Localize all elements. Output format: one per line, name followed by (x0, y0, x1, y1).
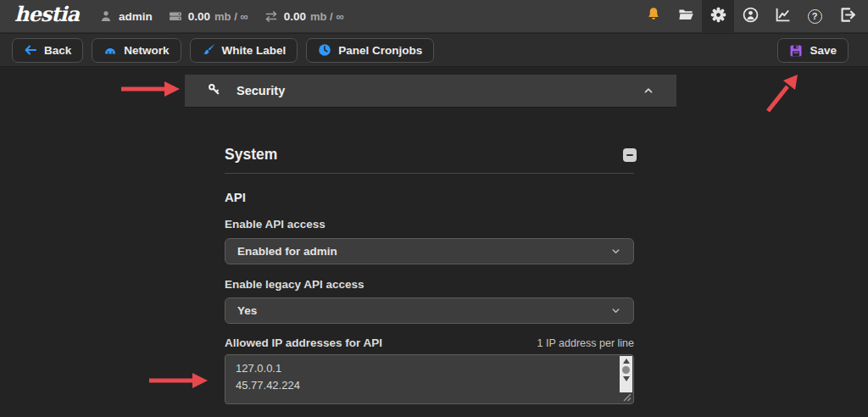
collapse-system-button[interactable] (623, 148, 637, 162)
enable-api-access-value: Enabled for admin (237, 245, 337, 258)
user-icon (99, 9, 113, 23)
save-label: Save (810, 44, 837, 57)
enable-api-access-select[interactable]: Enabled for admin (225, 238, 634, 264)
users-button[interactable] (734, 0, 766, 33)
panel-cronjobs-label: Panel Cronjobs (338, 44, 422, 57)
allowed-ips-label: Allowed IP addresses for API (225, 336, 382, 349)
username-label: admin (119, 10, 153, 23)
hestia-logo[interactable]: hestia (14, 4, 79, 28)
file-manager-button[interactable] (670, 0, 702, 33)
white-label-button[interactable]: White Label (190, 38, 298, 63)
ip-line: 127.0.0.1 (236, 360, 623, 377)
security-title: Security (236, 84, 285, 97)
user-circle-icon (743, 7, 759, 26)
enable-legacy-api-label: Enable legacy API access (225, 278, 364, 291)
network-button[interactable]: Network (92, 38, 181, 63)
folder-icon (678, 7, 694, 26)
header-stats: admin 0.00 mb / ∞ 0.00 mb / ∞ (99, 9, 344, 23)
logout-icon (839, 7, 855, 26)
network-icon (103, 43, 117, 57)
ip-line: 45.77.42.224 (236, 377, 623, 394)
minus-icon (626, 154, 633, 156)
chevron-down-icon (610, 305, 621, 316)
help-icon: ? (808, 9, 822, 24)
header-icon-nav: ? (637, 0, 863, 33)
logged-in-user: admin (99, 9, 153, 23)
notifications-button[interactable] (637, 0, 670, 33)
line-chart-icon (775, 7, 791, 26)
back-arrow-icon (24, 43, 37, 57)
bell-icon (646, 7, 661, 25)
hestia-control-panel: hestia admin 0.00 mb / ∞ 0.00 mb (0, 0, 868, 417)
resize-grip[interactable] (622, 392, 632, 402)
allowed-ips-textarea[interactable]: 127.0.0.1 45.77.42.224 (225, 354, 634, 404)
save-button[interactable]: Save (777, 38, 849, 63)
help-glyph: ? (812, 12, 818, 21)
section-divider (225, 173, 634, 174)
disk-value: 0.00 (188, 10, 210, 23)
settings-content: Security System API Enable API access En… (0, 68, 868, 417)
network-label: Network (124, 44, 169, 57)
security-section-header[interactable]: Security (185, 75, 676, 107)
clock-icon (318, 43, 331, 57)
gear-icon (710, 7, 726, 26)
logout-button[interactable] (831, 0, 863, 33)
disk-usage: 0.00 mb / ∞ (169, 9, 248, 23)
enable-api-access-label: Enable API access (225, 218, 326, 231)
api-heading: API (225, 190, 246, 204)
back-label: Back (44, 44, 71, 57)
textarea-scrollbar[interactable] (620, 356, 632, 392)
chevron-up-icon (643, 85, 654, 97)
bandwidth-unit: mb / ∞ (310, 10, 344, 23)
allowed-ips-text: 127.0.0.1 45.77.42.224 (225, 355, 633, 398)
bandwidth-value: 0.00 (284, 10, 306, 23)
white-label-label: White Label (222, 44, 287, 57)
scroll-down-icon (623, 376, 630, 381)
hdd-icon (169, 9, 182, 23)
top-header-bar: hestia admin 0.00 mb / ∞ 0.00 mb (0, 0, 868, 33)
key-icon (207, 82, 220, 99)
allowed-ips-hint: 1 IP address per line (537, 337, 634, 349)
disk-unit: mb / ∞ (214, 10, 248, 23)
help-button[interactable]: ? (798, 0, 831, 33)
scroll-up-icon (623, 359, 630, 364)
settings-button[interactable] (702, 0, 734, 33)
enable-legacy-api-value: Yes (237, 304, 257, 317)
back-button[interactable]: Back (12, 38, 83, 63)
system-heading: System (225, 146, 277, 164)
transfer-arrows-icon (264, 9, 278, 23)
panel-cronjobs-button[interactable]: Panel Cronjobs (306, 38, 434, 63)
paintbrush-icon (202, 43, 215, 57)
bandwidth-usage: 0.00 mb / ∞ (264, 9, 344, 23)
secondary-toolbar: Back Network White Label Panel Cronjobs … (0, 34, 868, 67)
enable-legacy-api-select[interactable]: Yes (225, 297, 634, 324)
floppy-disk-icon (789, 44, 803, 58)
scrollbar-thumb (622, 366, 630, 374)
chevron-down-icon (610, 246, 621, 257)
statistics-button[interactable] (766, 0, 798, 33)
